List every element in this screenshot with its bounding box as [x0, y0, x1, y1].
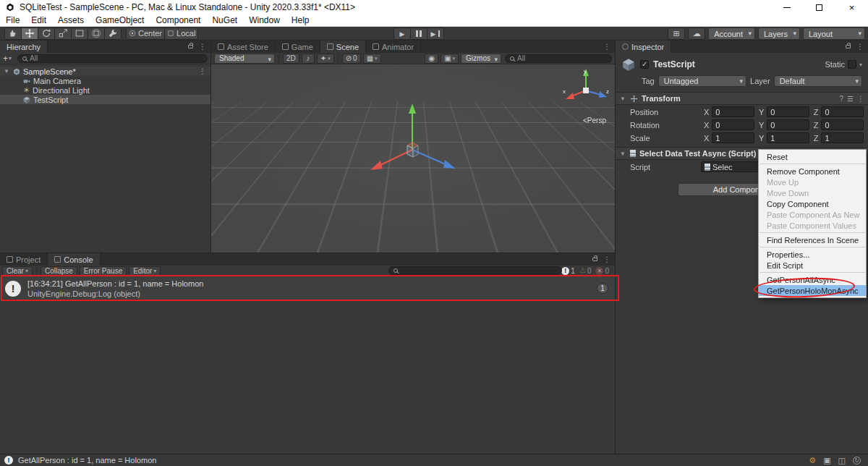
rotation-z-field[interactable]: 0 [821, 119, 864, 130]
context-menu-item-find-references[interactable]: Find References In Scene [759, 234, 866, 245]
menu-edit[interactable]: Edit [25, 15, 52, 25]
foldout-icon[interactable]: ▼ [619, 96, 626, 102]
clear-button[interactable]: Clear▾ [2, 266, 33, 276]
scene-root-row[interactable]: ▼ SampleScene* ⋮ [0, 67, 210, 76]
tab-game[interactable]: Game [276, 41, 320, 53]
lock-icon[interactable] [846, 45, 851, 48]
context-menu-item-remove-component[interactable]: Remove Component [759, 166, 866, 177]
context-menu-item-edit-script[interactable]: Edit Script [759, 260, 866, 271]
warning-count-badge[interactable]: ⚠0 [579, 267, 592, 275]
hierarchy-search-input[interactable]: All [17, 54, 208, 63]
static-toggle[interactable]: Static▾ [825, 60, 862, 69]
object-name[interactable]: TestScript [653, 59, 820, 69]
editor-dropdown[interactable]: Editor▾ [129, 266, 161, 276]
pivot-local-button[interactable]: Local [164, 27, 198, 40]
2d-toggle-button[interactable]: 2D [283, 54, 299, 64]
info-count-badge[interactable]: !1 [561, 267, 575, 275]
gameobject-cube-icon[interactable] [621, 58, 636, 71]
position-x-field[interactable]: 0 [712, 106, 754, 117]
layers-dropdown[interactable]: Layers [758, 27, 800, 40]
status-message[interactable]: GetAllPerson : id = 1, name = Holomon [18, 456, 156, 465]
visibility-toggle-button[interactable]: ⊘0 [342, 54, 361, 64]
custom-tool-button[interactable] [104, 27, 122, 40]
position-y-field[interactable]: 0 [767, 106, 809, 117]
console-window-icon[interactable]: ▣ [823, 457, 830, 465]
step-button[interactable]: ▶ [427, 27, 444, 40]
menu-component[interactable]: Component [150, 15, 206, 25]
static-checkbox[interactable] [848, 60, 856, 69]
context-menu-item-properties[interactable]: Properties... [759, 249, 866, 260]
hierarchy-item-testscript[interactable]: TestScript [0, 95, 210, 104]
kebab-menu-icon[interactable]: ⋮ [603, 43, 610, 51]
scene-camera-button[interactable]: ◉ [425, 54, 438, 64]
move-tool-button[interactable] [21, 27, 38, 40]
hierarchy-item-main-camera[interactable]: Main Camera [0, 76, 210, 85]
status-info-icon[interactable]: ! [4, 456, 13, 465]
orientation-gizmo[interactable]: x y z [561, 66, 610, 115]
console-search-input[interactable] [388, 266, 562, 275]
transform-tool-button[interactable] [88, 27, 105, 40]
scale-tool-button[interactable] [54, 27, 72, 40]
view-options-button[interactable]: ▣▾ [441, 54, 459, 64]
lock-icon[interactable] [592, 258, 597, 261]
perspective-label[interactable]: <Persp [583, 116, 606, 124]
services-icon[interactable]: ◫ [838, 457, 846, 465]
scene-search-input[interactable]: All [505, 54, 612, 63]
menu-window[interactable]: Window [243, 15, 286, 25]
menu-file[interactable]: File [0, 15, 25, 25]
create-object-button[interactable]: +▾ [3, 54, 12, 64]
gizmos-dropdown[interactable]: Gizmos [461, 54, 501, 64]
menu-assets[interactable]: Assets [52, 15, 90, 25]
rotate-tool-button[interactable] [38, 27, 55, 40]
tag-dropdown[interactable]: Untagged [658, 75, 746, 87]
position-z-field[interactable]: 0 [821, 106, 864, 117]
minimize-button[interactable] [770, 0, 803, 14]
error-pause-button[interactable]: Error Pause [80, 266, 127, 276]
kebab-menu-icon[interactable]: ⋮ [857, 95, 864, 103]
menu-nuget[interactable]: NuGet [206, 15, 243, 25]
menu-gameobject[interactable]: GameObject [90, 15, 150, 25]
maximize-button[interactable] [803, 0, 835, 14]
scale-y-field[interactable]: 1 [767, 132, 809, 143]
lock-icon[interactable] [188, 45, 193, 48]
compile-icon[interactable]: ⚙ [809, 457, 816, 465]
scale-z-field[interactable]: 1 [821, 132, 864, 143]
tab-console[interactable]: Console [48, 253, 100, 266]
rotation-y-field[interactable]: 0 [767, 119, 809, 130]
kebab-menu-icon[interactable]: ⋮ [856, 43, 864, 51]
transform-gizmo[interactable] [363, 85, 464, 179]
scene-kebab-icon[interactable]: ⋮ [199, 67, 206, 75]
cloud-services-button[interactable]: ☁ [688, 27, 705, 40]
menu-help[interactable]: Help [286, 15, 315, 25]
context-menu-item-getpersonallasync[interactable]: GetPersonAllAsync [759, 274, 866, 285]
context-menu-item-getpersonholomonasync[interactable]: GetPersonHoloMonAsync [759, 285, 866, 296]
pause-button[interactable] [410, 27, 427, 40]
tab-inspector[interactable]: Inspector [616, 41, 671, 53]
audio-toggle-button[interactable]: ♪ [302, 54, 315, 64]
foldout-icon[interactable]: ▼ [3, 68, 10, 75]
console-log-entry[interactable]: ! [16:34:21] GetAllPerson : id = 1, name… [0, 276, 615, 301]
hand-tool-button[interactable] [4, 27, 22, 40]
play-button[interactable]: ▶ [393, 27, 411, 40]
help-icon[interactable]: ? [839, 95, 843, 103]
layer-dropdown[interactable]: Default [774, 75, 862, 87]
tab-animator[interactable]: Animator [366, 41, 421, 53]
tab-hierarchy[interactable]: Hierarchy [0, 41, 48, 53]
grid-toggle-button[interactable]: ▦▾ [363, 54, 381, 64]
collab-button[interactable]: ⊞ [668, 27, 685, 40]
account-dropdown[interactable]: Account [708, 27, 755, 40]
context-menu-item-reset[interactable]: Reset [759, 151, 866, 162]
foldout-icon[interactable]: ▼ [619, 151, 626, 157]
tab-scene[interactable]: Scene [320, 41, 366, 53]
close-button[interactable]: × [835, 0, 868, 14]
shading-mode-dropdown[interactable]: Shaded [214, 54, 275, 64]
pivot-center-button[interactable]: Center [126, 27, 165, 40]
kebab-menu-icon[interactable]: ⋮ [199, 43, 206, 51]
effects-toggle-button[interactable]: ✦▾ [317, 54, 334, 64]
context-menu-item-copy-component[interactable]: Copy Component [759, 198, 866, 209]
active-checkbox[interactable] [640, 60, 649, 69]
presets-icon[interactable]: ☰ [847, 95, 854, 103]
error-count-badge[interactable]: ✕0 [595, 267, 609, 275]
tab-project[interactable]: Project [0, 253, 48, 266]
scene-viewport[interactable]: x y z <Persp [211, 64, 615, 253]
